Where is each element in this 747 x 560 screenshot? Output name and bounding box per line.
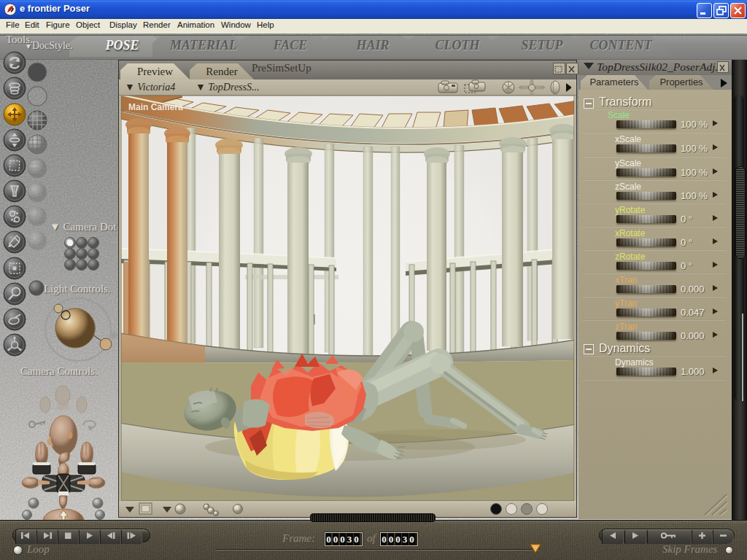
svg-text:Main Camera: Main Camera (128, 102, 183, 112)
